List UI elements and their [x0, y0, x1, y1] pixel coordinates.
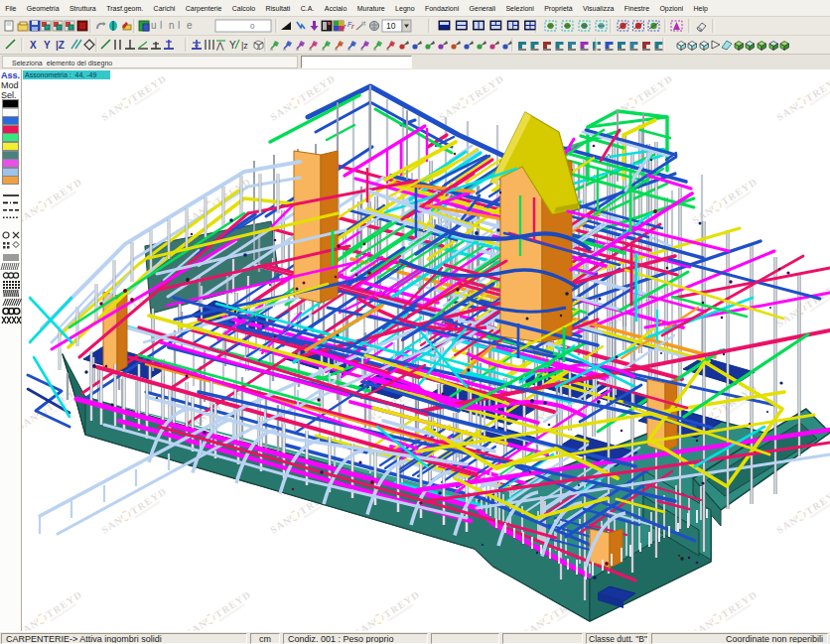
svg-text:TREYD: TREYD [128, 72, 168, 104]
svg-text:TREYD: TREYD [719, 176, 759, 207]
svg-text:Y: Y [44, 40, 51, 51]
svg-text:SAN: SAN [22, 411, 41, 433]
svg-text:r: r [351, 22, 354, 31]
svg-text:l: l [178, 20, 180, 31]
svg-text:TREYD: TREYD [466, 72, 505, 104]
svg-text:TREYD: TREYD [803, 485, 830, 517]
svg-text:TREYD: TREYD [719, 588, 759, 620]
svg-text:TREYD: TREYD [128, 485, 168, 517]
svg-text:r: r [344, 22, 346, 31]
svg-text:n: n [169, 20, 175, 31]
svg-text:X: X [30, 40, 37, 51]
svg-text:u: u [151, 20, 157, 31]
svg-text:TREYD: TREYD [44, 176, 83, 207]
svg-text:SAN: SAN [22, 617, 41, 631]
svg-text:TREYD: TREYD [44, 588, 83, 620]
svg-text:Y: Y [229, 40, 236, 51]
svg-text:l: l [160, 20, 162, 31]
svg-text:10: 10 [386, 21, 396, 31]
svg-text:TREYD: TREYD [212, 588, 252, 620]
svg-text:|Z: |Z [56, 40, 65, 51]
svg-text:e: e [187, 20, 193, 31]
svg-text:⋀: ⋀ [215, 41, 224, 51]
svg-text:TREYD: TREYD [634, 72, 674, 104]
svg-text:0: 0 [250, 22, 255, 31]
svg-text:TREYD: TREYD [381, 588, 421, 620]
svg-text:TREYD: TREYD [297, 72, 337, 104]
svg-text:|z: |z [241, 41, 248, 51]
svg-text:SAN: SAN [22, 204, 41, 226]
svg-text:TREYD: TREYD [803, 72, 830, 104]
